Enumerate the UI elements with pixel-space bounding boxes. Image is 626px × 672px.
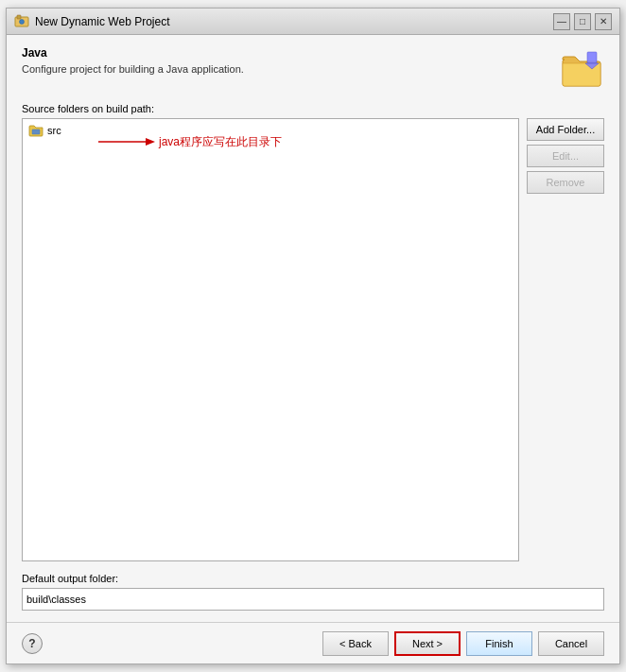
output-label: Default output folder: (22, 573, 604, 584)
package-folder-icon (28, 123, 43, 138)
title-bar: New Dynamic Web Project — □ ✕ (7, 9, 619, 35)
main-area: src java程序应写在此目录下 Add Folder... Edit... … (22, 118, 604, 561)
source-section-label: Source folders on build path: (22, 103, 604, 114)
window-title: New Dynamic Web Project (35, 15, 170, 28)
svg-rect-5 (32, 129, 40, 134)
dialog-window: New Dynamic Web Project — □ ✕ Java Confi… (6, 8, 620, 664)
window-controls: — □ ✕ (553, 13, 612, 30)
add-folder-button[interactable]: Add Folder... (527, 118, 604, 141)
title-bar-left: New Dynamic Web Project (14, 14, 170, 29)
finish-button[interactable]: Finish (466, 631, 532, 656)
src-item-label: src (47, 125, 61, 136)
edit-button[interactable]: Edit... (527, 145, 604, 167)
header-text: Java Configure project for building a Ja… (22, 46, 548, 75)
java-folder-icon (559, 46, 604, 92)
help-button[interactable]: ? (22, 633, 43, 654)
close-button[interactable]: ✕ (595, 13, 612, 30)
footer-right: < Back Next > Finish Cancel (322, 631, 604, 656)
dialog-footer: ? < Back Next > Finish Cancel (7, 622, 619, 663)
header-section: Java Configure project for building a Ja… (22, 46, 604, 92)
source-list: src java程序应写在此目录下 (22, 118, 519, 561)
maximize-button[interactable]: □ (574, 13, 591, 30)
dialog-content: Java Configure project for building a Ja… (7, 35, 619, 622)
page-description: Configure project for building a Java ap… (22, 63, 548, 75)
cancel-button[interactable]: Cancel (538, 631, 604, 656)
remove-button[interactable]: Remove (527, 171, 604, 194)
side-buttons: Add Folder... Edit... Remove (527, 118, 604, 561)
window-icon (14, 14, 29, 29)
list-item[interactable]: src (23, 119, 518, 142)
next-button[interactable]: Next > (394, 631, 461, 656)
output-section: Default output folder: (22, 573, 604, 611)
output-folder-input[interactable] (22, 588, 604, 611)
svg-rect-1 (17, 15, 21, 19)
svg-point-2 (20, 19, 25, 24)
minimize-button[interactable]: — (553, 13, 570, 30)
back-button[interactable]: < Back (322, 631, 389, 656)
svg-rect-3 (587, 52, 597, 63)
page-title: Java (22, 46, 548, 60)
footer-left: ? (22, 633, 43, 654)
